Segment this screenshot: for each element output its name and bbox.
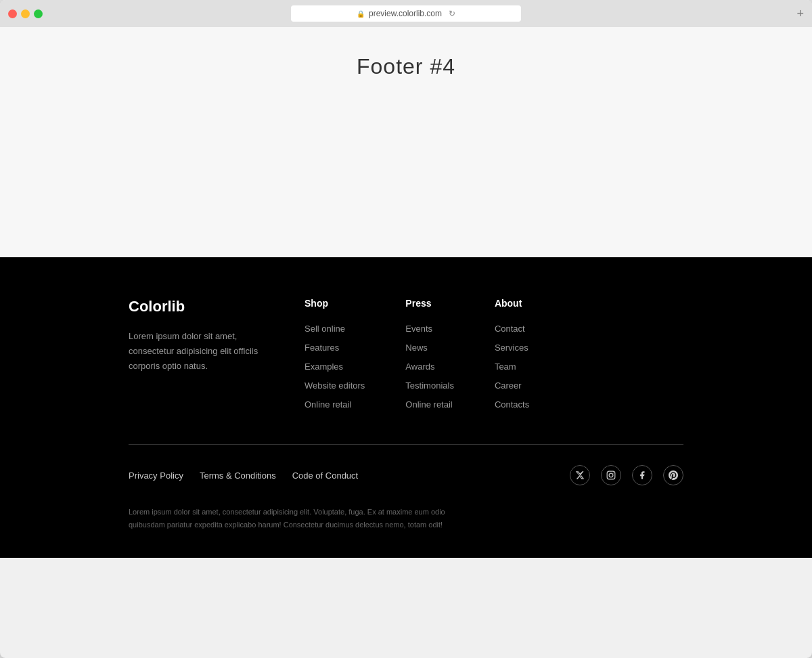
traffic-lights bbox=[8, 9, 43, 18]
browser-window: 🔒 preview.colorlib.com ↻ + Footer #4 Col… bbox=[0, 0, 812, 658]
shop-link-2[interactable]: Features bbox=[304, 343, 339, 353]
terms-conditions-link[interactable]: Terms & Conditions bbox=[200, 470, 276, 481]
footer: Colorlib Lorem ipsum dolor sit amet, con… bbox=[0, 257, 812, 558]
code-of-conduct-link[interactable]: Code of Conduct bbox=[292, 470, 359, 481]
svg-point-2 bbox=[613, 473, 614, 473]
privacy-policy-link[interactable]: Privacy Policy bbox=[129, 470, 183, 481]
footer-columns: Shop Sell online Features Examples Websi… bbox=[304, 298, 683, 417]
shop-link-5[interactable]: Online retail bbox=[304, 399, 351, 410]
footer-divider bbox=[129, 444, 683, 445]
footer-col-shop: Shop Sell online Features Examples Websi… bbox=[304, 298, 365, 417]
reload-icon[interactable]: ↻ bbox=[449, 9, 455, 18]
footer-brand: Colorlib Lorem ipsum dolor sit amet, con… bbox=[129, 298, 264, 417]
address-bar[interactable]: 🔒 preview.colorlib.com ↻ bbox=[291, 5, 521, 22]
about-link-1[interactable]: Contact bbox=[495, 324, 525, 334]
press-link-3[interactable]: Awards bbox=[405, 361, 434, 372]
close-button[interactable] bbox=[8, 9, 17, 18]
footer-disclaimer: Lorem ipsum dolor sit amet, consectetur … bbox=[129, 506, 480, 531]
footer-top: Colorlib Lorem ipsum dolor sit amet, con… bbox=[129, 298, 683, 417]
press-link-4[interactable]: Testimonials bbox=[405, 380, 454, 391]
col-press-links: Events News Awards Testimonials Online r… bbox=[405, 322, 454, 410]
col-about-heading: About bbox=[495, 298, 529, 309]
page-title: Footer #4 bbox=[357, 54, 455, 79]
about-link-3[interactable]: Team bbox=[495, 361, 516, 372]
twitter-icon[interactable] bbox=[570, 465, 590, 485]
shop-link-1[interactable]: Sell online bbox=[304, 324, 345, 334]
footer-col-press: Press Events News Awards Testimonials On… bbox=[405, 298, 454, 417]
press-link-5[interactable]: Online retail bbox=[405, 399, 452, 410]
svg-rect-0 bbox=[607, 471, 615, 479]
about-link-5[interactable]: Contacts bbox=[495, 399, 529, 410]
legal-links: Privacy Policy Terms & Conditions Code o… bbox=[129, 470, 358, 481]
brand-name: Colorlib bbox=[129, 298, 264, 315]
facebook-icon[interactable] bbox=[632, 465, 652, 485]
social-icons bbox=[570, 465, 683, 485]
shop-link-4[interactable]: Website editors bbox=[304, 380, 365, 391]
press-link-2[interactable]: News bbox=[405, 343, 428, 353]
maximize-button[interactable] bbox=[34, 9, 43, 18]
page-content-area: Footer #4 bbox=[0, 27, 812, 257]
col-shop-links: Sell online Features Examples Website ed… bbox=[304, 322, 365, 410]
col-press-heading: Press bbox=[405, 298, 454, 309]
footer-bottom: Privacy Policy Terms & Conditions Code o… bbox=[129, 465, 683, 485]
shop-link-3[interactable]: Examples bbox=[304, 361, 343, 372]
minimize-button[interactable] bbox=[21, 9, 30, 18]
about-link-4[interactable]: Career bbox=[495, 380, 522, 391]
lock-icon: 🔒 bbox=[357, 10, 365, 18]
new-tab-button[interactable]: + bbox=[796, 7, 804, 20]
svg-point-1 bbox=[609, 473, 613, 477]
pinterest-icon[interactable] bbox=[663, 465, 683, 485]
browser-titlebar: 🔒 preview.colorlib.com ↻ + bbox=[0, 0, 812, 27]
col-about-links: Contact Services Team Career Contacts bbox=[495, 322, 529, 410]
col-shop-heading: Shop bbox=[304, 298, 365, 309]
instagram-icon[interactable] bbox=[601, 465, 621, 485]
url-text: preview.colorlib.com bbox=[369, 9, 442, 18]
about-link-2[interactable]: Services bbox=[495, 343, 528, 353]
brand-description: Lorem ipsum dolor sit amet, consectetur … bbox=[129, 329, 264, 374]
press-link-1[interactable]: Events bbox=[405, 324, 432, 334]
footer-col-about: About Contact Services Team Career Conta… bbox=[495, 298, 529, 417]
